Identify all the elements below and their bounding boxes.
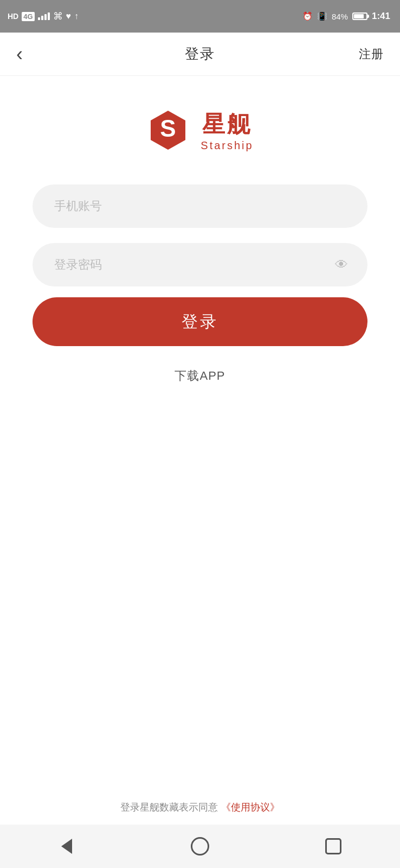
battery-percent: 84% xyxy=(332,12,348,21)
battery-fill xyxy=(354,14,364,18)
network-label: HD xyxy=(8,12,18,21)
password-input-wrapper: 👁 xyxy=(33,243,367,286)
wifi-icon: ⌘ xyxy=(53,10,63,22)
nav-back-button[interactable] xyxy=(53,833,80,860)
alarm-icon: ⏰ xyxy=(302,11,313,21)
svg-text:S: S xyxy=(160,115,176,142)
login-button[interactable]: 登录 xyxy=(33,297,367,346)
logo-icon: S xyxy=(146,108,190,152)
form-section: 👁 xyxy=(33,184,367,286)
phone-input[interactable] xyxy=(33,184,367,228)
upload-icon: ↑ xyxy=(74,11,79,21)
logo-text-group: 星舰 Starship xyxy=(201,109,253,152)
time-display: 1:41 xyxy=(372,11,390,22)
recent-square-icon xyxy=(325,838,341,854)
register-button[interactable]: 注册 xyxy=(351,46,384,62)
vibrate-icon: 📳 xyxy=(317,11,327,21)
agreement-section: 登录星舰数藏表示同意 《使用协议》 xyxy=(120,784,280,825)
home-circle-icon xyxy=(191,837,209,856)
download-app-link[interactable]: 下载APP xyxy=(175,368,225,384)
logo-section: S 星舰 Starship xyxy=(146,108,253,152)
nav-recent-button[interactable] xyxy=(320,833,347,860)
status-bar: HD 4G ⌘ ♥ ↑ ⏰ 📳 84% 1:41 xyxy=(0,0,400,33)
back-button[interactable]: ‹ xyxy=(16,43,49,66)
health-icon: ♥ xyxy=(66,11,72,21)
logo-english-name: Starship xyxy=(201,139,253,152)
nav-home-button[interactable] xyxy=(186,833,214,860)
logo-chinese-name: 星舰 xyxy=(202,109,252,139)
agreement-link[interactable]: 《使用协议》 xyxy=(221,801,280,814)
status-right-icons: ⏰ 📳 84% 1:41 xyxy=(302,11,390,22)
back-triangle-icon xyxy=(61,839,72,854)
signal-4g: 4G xyxy=(22,12,34,21)
show-password-icon[interactable]: 👁 xyxy=(335,257,348,272)
page-title: 登录 xyxy=(185,44,215,63)
back-chevron-icon: ‹ xyxy=(16,43,23,66)
password-input[interactable] xyxy=(33,243,367,286)
battery-icon xyxy=(352,12,367,20)
signal-strength xyxy=(38,12,50,20)
agreement-prefix: 登录星舰数藏表示同意 xyxy=(120,801,218,814)
navigation-bar: ‹ 登录 注册 xyxy=(0,33,400,76)
status-left-icons: HD 4G ⌘ ♥ ↑ xyxy=(8,10,79,22)
main-content: S 星舰 Starship 👁 登录 下载APP 登录星舰数藏表示同意 《使用协… xyxy=(0,76,400,825)
bottom-navigation xyxy=(0,825,400,868)
phone-input-wrapper xyxy=(33,184,367,228)
